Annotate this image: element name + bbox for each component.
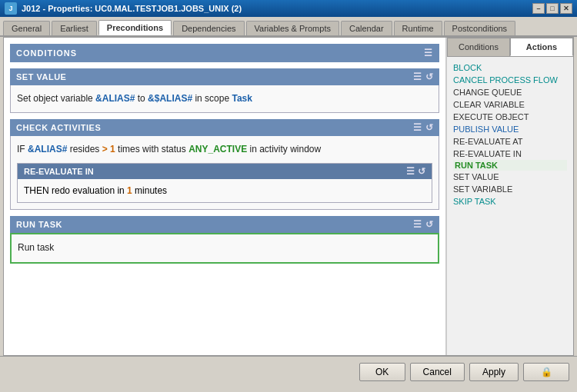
tab-calendar[interactable]: Calendar: [341, 21, 392, 35]
app-icon: J: [5, 2, 17, 15]
set-value-controls: ☰ ↺: [413, 71, 433, 82]
left-panel: CONDITIONS ☰ SET VALUE ☰ ↺ Set object va…: [4, 38, 446, 355]
run-task-text: Run task: [18, 241, 432, 255]
set-value-prefix: Set object variable: [17, 93, 95, 104]
tab-dependencies[interactable]: Dependencies: [173, 21, 244, 35]
run-task-controls: ☰ ↺: [413, 219, 433, 230]
set-value-text: Set object variable &ALIAS# to &$ALIAS# …: [17, 91, 432, 106]
tab-variables-prompts[interactable]: Variables & Prompts: [246, 21, 339, 35]
right-tab-conditions[interactable]: Conditions: [447, 38, 510, 56]
tab-general[interactable]: General: [3, 21, 50, 35]
run-task-header: RUN TASK ☰ ↺: [10, 216, 439, 233]
run-task-menu-icon[interactable]: ☰: [413, 219, 422, 230]
check-activities-text: IF &ALIAS# resides > 1 times with status…: [17, 142, 432, 157]
re-evaluate-menu-icon[interactable]: ☰: [406, 166, 415, 177]
main-content: CONDITIONS ☰ SET VALUE ☰ ↺ Set object va…: [3, 37, 574, 356]
action-run-task[interactable]: RUN TASK: [453, 160, 567, 171]
action-set-value[interactable]: SET VALUE: [453, 171, 567, 183]
window-title: J012 - Properties: UC0.MAL.TESTJOB1.JOBS…: [22, 4, 242, 13]
re-evaluate-section: RE-EVALUATE IN ☰ ↺ THEN redo evaluation …: [17, 163, 432, 203]
check-alias[interactable]: &ALIAS#: [28, 144, 67, 154]
action-set-variable[interactable]: SET VARIABLE: [453, 183, 567, 195]
conditions-header: CONDITIONS ☰: [10, 44, 439, 62]
set-value-label: SET VALUE: [16, 72, 66, 81]
run-task-section: RUN TASK ☰ ↺ Run task: [10, 216, 439, 263]
re-evaluate-then: THEN redo evaluation in: [24, 185, 127, 196]
run-task-body: Run task: [10, 233, 439, 263]
check-gt: >: [102, 144, 108, 154]
set-value-refresh-icon[interactable]: ↺: [425, 71, 434, 82]
re-evaluate-suffix: minutes: [132, 185, 167, 196]
check-if-label: IF: [17, 144, 28, 154]
check-activities-label: CHECK ACTIVITIES: [16, 123, 101, 132]
check-resides: resides: [67, 144, 102, 154]
re-evaluate-header: RE-EVALUATE IN ☰ ↺: [18, 164, 432, 179]
check-activities-header: CHECK ACTIVITIES ☰ ↺: [10, 119, 439, 136]
right-tab-actions[interactable]: Actions: [510, 38, 573, 56]
minimize-button[interactable]: –: [532, 3, 545, 14]
re-evaluate-minutes: 1: [127, 185, 132, 196]
bottom-bar: OK Cancel Apply 🔒: [0, 356, 577, 387]
action-re-evaluate-in[interactable]: RE-EVALUATE IN: [453, 148, 567, 160]
check-activities-menu-icon[interactable]: ☰: [413, 122, 422, 133]
title-bar: J J012 - Properties: UC0.MAL.TESTJOB1.JO…: [0, 0, 577, 17]
conditions-label: CONDITIONS: [16, 48, 77, 58]
set-value-scope-label: in scope: [192, 93, 232, 104]
apply-button[interactable]: Apply: [469, 363, 519, 381]
tab-postconditions[interactable]: Postconditions: [444, 21, 516, 35]
ok-button[interactable]: OK: [359, 363, 405, 381]
action-execute-object[interactable]: EXECUTE OBJECT: [453, 111, 567, 123]
action-cancel-process-flow[interactable]: CANCEL PROCESS FLOW: [453, 74, 567, 86]
action-skip-task[interactable]: SKIP TASK: [453, 195, 567, 208]
lock-button: 🔒: [523, 363, 569, 381]
check-activities-body: IF &ALIAS# resides > 1 times with status…: [10, 136, 439, 210]
right-panel: Conditions Actions BLOCK CANCEL PROCESS …: [446, 38, 573, 355]
action-change-queue[interactable]: CHANGE QUEUE: [453, 86, 567, 98]
set-value-scope[interactable]: Task: [232, 93, 252, 104]
set-value-alias1[interactable]: &ALIAS#: [95, 93, 135, 104]
actions-list: BLOCK CANCEL PROCESS FLOW CHANGE QUEUE C…: [447, 57, 573, 355]
main-tab-bar: General Earliest Preconditions Dependenc…: [0, 17, 577, 37]
tab-preconditions[interactable]: Preconditions: [98, 20, 172, 35]
close-button[interactable]: ✕: [560, 3, 572, 14]
set-value-alias2[interactable]: &$ALIAS#: [148, 93, 192, 104]
re-evaluate-label: RE-EVALUATE IN: [24, 167, 94, 176]
check-num: 1: [110, 144, 115, 154]
check-times: times with status: [115, 144, 188, 154]
re-evaluate-refresh-icon[interactable]: ↺: [418, 166, 425, 177]
set-value-to: to: [135, 93, 148, 104]
tab-earliest[interactable]: Earliest: [52, 21, 97, 35]
check-suffix: in activity window: [247, 144, 321, 154]
check-status[interactable]: ANY_ACTIVE: [188, 144, 247, 154]
action-re-evaluate-at[interactable]: RE-EVALUATE AT: [453, 135, 567, 148]
run-task-label: RUN TASK: [16, 220, 62, 229]
set-value-header: SET VALUE ☰ ↺: [10, 68, 439, 85]
action-block[interactable]: BLOCK: [453, 61, 567, 74]
conditions-controls: ☰: [424, 48, 433, 58]
set-value-section: SET VALUE ☰ ↺ Set object variable &ALIAS…: [10, 68, 439, 113]
cancel-button[interactable]: Cancel: [410, 363, 465, 381]
run-task-refresh-icon[interactable]: ↺: [425, 219, 434, 230]
conditions-menu-icon[interactable]: ☰: [424, 48, 433, 58]
action-publish-value[interactable]: PUBLISH VALUE: [453, 123, 567, 135]
set-value-body: Set object variable &ALIAS# to &$ALIAS# …: [10, 85, 439, 113]
check-activities-refresh-icon[interactable]: ↺: [425, 122, 434, 133]
check-activities-section: CHECK ACTIVITIES ☰ ↺ IF &ALIAS# resides …: [10, 119, 439, 210]
check-activities-controls: ☰ ↺: [413, 122, 433, 133]
window-controls: – □ ✕: [532, 3, 572, 14]
action-clear-variable[interactable]: CLEAR VARIABLE: [453, 98, 567, 111]
re-evaluate-body: THEN redo evaluation in 1 minutes: [18, 179, 432, 202]
right-tab-bar: Conditions Actions: [447, 38, 573, 57]
maximize-button[interactable]: □: [546, 3, 559, 14]
tab-runtime[interactable]: Runtime: [394, 21, 442, 35]
set-value-menu-icon[interactable]: ☰: [413, 71, 422, 82]
re-evaluate-controls: ☰ ↺: [406, 166, 425, 177]
